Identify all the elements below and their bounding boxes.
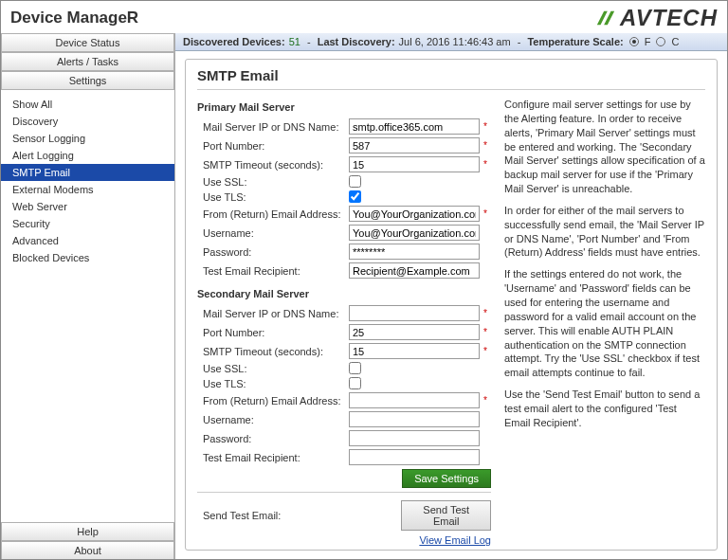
primary-pass-input[interactable] (349, 244, 480, 260)
help-text: Configure mail server settings for use b… (504, 98, 705, 546)
sidebar: Device Status Alerts / Tasks Settings Sh… (1, 33, 175, 560)
temp-scale-label: Temperature Scale: (527, 36, 623, 47)
sidebar-item-smtp-email[interactable]: SMTP Email (1, 164, 174, 181)
nav-about[interactable]: About (1, 541, 174, 560)
secondary-port-input[interactable] (349, 324, 480, 340)
discovered-count: 51 (289, 36, 300, 47)
sidebar-item-sensor-logging[interactable]: Sensor Logging (1, 130, 174, 147)
last-discovery-value: Jul 6, 2016 11:46:43 am (399, 36, 511, 47)
smtp-panel: SMTP Email Primary Mail Server Mail Serv… (185, 59, 718, 551)
sidebar-item-security[interactable]: Security (1, 215, 174, 232)
secondary-ssl-checkbox[interactable] (349, 362, 361, 374)
last-discovery-label: Last Discovery: (318, 36, 395, 47)
primary-server-input[interactable] (349, 118, 480, 135)
primary-ssl-checkbox[interactable] (349, 175, 361, 188)
primary-from-input[interactable] (349, 206, 480, 222)
nav-help[interactable]: Help (1, 522, 174, 541)
sidebar-item-blocked-devices[interactable]: Blocked Devices (1, 249, 174, 266)
nav-device-status[interactable]: Device Status (1, 33, 174, 52)
primary-title: Primary Mail Server (197, 101, 491, 113)
sidebar-item-advanced[interactable]: Advanced (1, 232, 174, 249)
primary-port-input[interactable] (349, 137, 480, 154)
nav-alerts-tasks[interactable]: Alerts / Tasks (1, 52, 174, 71)
sidebar-item-discovery[interactable]: Discovery (1, 113, 174, 130)
sidebar-item-alert-logging[interactable]: Alert Logging (1, 147, 174, 164)
discovered-label: Discovered Devices: (183, 36, 285, 47)
view-email-log-link[interactable]: View Email Log (419, 534, 491, 546)
primary-tls-checkbox[interactable] (349, 190, 361, 203)
sidebar-item-web-server[interactable]: Web Server (1, 198, 174, 215)
send-test-email-button[interactable]: Send Test Email (401, 500, 491, 531)
temp-f-radio[interactable] (629, 37, 639, 46)
secondary-from-input[interactable] (349, 392, 480, 408)
primary-timeout-input[interactable] (349, 156, 480, 172)
secondary-recipient-input[interactable] (349, 449, 480, 465)
app-title: Device ManageR (10, 9, 138, 27)
save-settings-button[interactable]: Save Settings (402, 469, 491, 488)
secondary-timeout-input[interactable] (349, 343, 480, 359)
settings-nav-list: Show All Discovery Sensor Logging Alert … (1, 90, 174, 522)
secondary-tls-checkbox[interactable] (349, 377, 361, 389)
nav-settings[interactable]: Settings (1, 71, 174, 90)
brand-icon (595, 8, 616, 28)
sidebar-item-external-modems[interactable]: External Modems (1, 181, 174, 198)
temp-c-radio[interactable] (656, 37, 665, 46)
sidebar-item-show-all[interactable]: Show All (1, 96, 174, 113)
panel-title: SMTP Email (197, 67, 705, 83)
brand-logo: AVTECH (595, 5, 718, 31)
primary-user-input[interactable] (349, 225, 480, 241)
secondary-user-input[interactable] (349, 411, 480, 427)
primary-recipient-input[interactable] (349, 262, 480, 279)
secondary-title: Secondary Mail Server (197, 288, 491, 299)
secondary-server-input[interactable] (349, 305, 480, 321)
secondary-pass-input[interactable] (349, 430, 480, 446)
status-bar: Discovered Devices: 51 - Last Discovery:… (175, 33, 727, 51)
